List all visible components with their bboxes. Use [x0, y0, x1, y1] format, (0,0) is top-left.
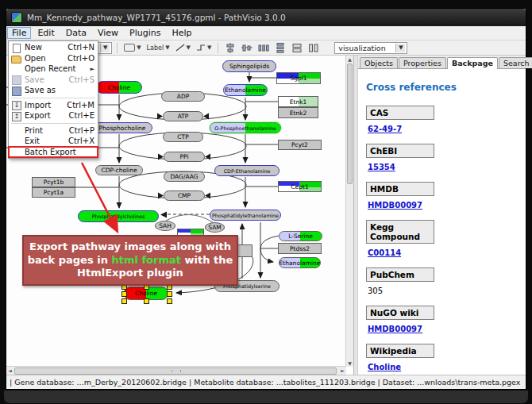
node-choline[interactable]: Choline: [96, 81, 142, 94]
xref-link[interactable]: HMDB00097: [368, 201, 518, 210]
vertical-scrollbar[interactable]: ▲ ▼: [345, 56, 353, 367]
scroll-up-arrow-icon[interactable]: ▲: [346, 56, 353, 63]
connector-tool-icon: [196, 44, 206, 52]
window-title: Mm_Kennedy_pathway_WP1771_45176.gpml - P…: [27, 13, 286, 22]
node-sgpl1[interactable]: Sgpl1: [276, 72, 321, 84]
menu-data[interactable]: Data: [61, 27, 91, 39]
distribute-horizontal-button[interactable]: [256, 42, 271, 54]
node-pcyt2[interactable]: Pcyt2: [278, 140, 322, 150]
node-cdp-ethanolamine[interactable]: CDP-Ethanolamine: [214, 165, 279, 176]
menu-item-label: Export: [25, 111, 64, 120]
node-etnk2[interactable]: Etnk2: [278, 107, 318, 118]
datanode-tool-button[interactable]: ▼: [122, 42, 142, 54]
menu-view[interactable]: View: [93, 27, 123, 39]
tab-properties[interactable]: Properties: [399, 57, 446, 68]
node-dag-aag[interactable]: DAG/AAG: [164, 171, 205, 182]
node-pcyt1b[interactable]: Pcyt1b: [32, 177, 75, 187]
menu-item-export[interactable]: ↥ExportCtrl+E: [9, 110, 98, 121]
menu-item-open-recent[interactable]: Open Recent►: [9, 63, 98, 75]
node-cept1[interactable]: Cept1: [278, 181, 322, 192]
node-ppi[interactable]: PPi: [164, 152, 205, 162]
menu-item-save-as[interactable]: Save as: [9, 85, 98, 96]
xref-header: HMDB: [366, 182, 434, 196]
tab-backpage[interactable]: Backpage: [447, 57, 498, 69]
node-sphingolipids[interactable]: Sphingolipids: [222, 60, 276, 72]
selection-handle[interactable]: [121, 291, 127, 297]
selection-handle[interactable]: [167, 291, 172, 297]
xref-link[interactable]: C00114: [368, 248, 518, 257]
export-icon: ↥: [11, 112, 21, 120]
node-l-serine[interactable]: L-Serine: [279, 231, 322, 241]
line-tool-icon: [175, 44, 185, 52]
selection-handle[interactable]: [144, 298, 149, 304]
node-phosphocholine[interactable]: Phosphocholine: [92, 122, 152, 133]
match-width-button[interactable]: [290, 42, 304, 54]
tab-objects[interactable]: Objects: [360, 57, 398, 68]
selection-handle[interactable]: [167, 298, 172, 304]
menu-item-open[interactable]: OpenCtrl+O: [9, 53, 98, 64]
visualization-combobox[interactable]: visualization ▼: [334, 42, 407, 54]
node-ethanolamine[interactable]: Ethanolamine: [279, 257, 321, 268]
menu-item-label: Import: [25, 101, 62, 110]
node-sam[interactable]: SAM: [205, 222, 225, 233]
menu-item-shortcut: Ctrl+O: [67, 54, 94, 63]
menu-item-label: Exit: [25, 137, 64, 145]
align-center-vertical-button[interactable]: [240, 42, 254, 54]
node-sah[interactable]: SAH: [155, 221, 175, 231]
node-ethanolamine[interactable]: Ethanolamine: [223, 84, 268, 96]
xref-link[interactable]: Choline: [368, 363, 518, 371]
label-tool-button[interactable]: Label▼: [145, 42, 172, 54]
horizontal-scrollbar-thumb[interactable]: [14, 367, 337, 375]
node-o-phosphoethanolamine[interactable]: O-Phosphoethanolamine: [210, 122, 281, 133]
node-atp[interactable]: ATP: [163, 111, 203, 121]
line-tool-button[interactable]: ▼: [174, 42, 192, 54]
menu-item-new[interactable]: NewCtrl+N: [9, 42, 98, 53]
menu-file[interactable]: File: [7, 27, 31, 39]
align-center-vertical-icon: [241, 43, 253, 53]
match-height-button[interactable]: [306, 42, 321, 54]
xref-header: Kegg Compound: [366, 220, 434, 244]
xref-link[interactable]: HMDB00097: [368, 325, 518, 333]
tab-search[interactable]: Search: [499, 57, 532, 68]
node-etnk1[interactable]: Etnk1: [278, 96, 318, 107]
menu-item-exit[interactable]: ExitCtrl+X: [9, 136, 98, 147]
selection-handle[interactable]: [121, 298, 127, 304]
node-ctp[interactable]: CTP: [163, 132, 203, 142]
scroll-left-arrow-icon[interactable]: ◄: [6, 367, 13, 374]
xref-section-cas: CAS62-49-7: [366, 106, 518, 133]
scroll-down-arrow-icon[interactable]: ▼: [346, 360, 353, 367]
node-ptdss2[interactable]: Ptdss2: [278, 243, 322, 254]
import-icon: ↧: [11, 101, 21, 109]
chevron-down-icon[interactable]: ▼: [100, 44, 110, 52]
scroll-right-arrow-icon[interactable]: ►: [339, 367, 346, 374]
chevron-down-icon[interactable]: ▼: [395, 44, 405, 52]
menu-item-print[interactable]: PrintCtrl+P: [9, 125, 98, 137]
connector-tool-button[interactable]: ▼: [195, 42, 213, 54]
backpage-panel[interactable]: Cross references CAS62-49-7ChEBI15354HMD…: [358, 69, 526, 375]
menu-item-label: Save: [25, 75, 64, 84]
menu-item-batch-export[interactable]: Batch Export: [9, 147, 98, 158]
node-adp[interactable]: ADP: [161, 91, 205, 102]
horizontal-scrollbar[interactable]: ◄ ►: [6, 366, 346, 375]
new-file-icon: [11, 44, 21, 52]
title-bar[interactable]: Mm_Kennedy_pathway_WP1771_45176.gpml - P…: [6, 9, 526, 26]
node-cdp-choline[interactable]: CDP-choline: [95, 165, 143, 175]
align-center-horizontal-button[interactable]: [223, 42, 237, 54]
node-pcyt1a[interactable]: Pcyt1a: [32, 187, 75, 198]
menu-bar: FileEditDataViewPluginsHelp: [6, 26, 526, 40]
menu-edit[interactable]: Edit: [33, 27, 59, 39]
menu-item-import[interactable]: ↧ImportCtrl+M: [9, 100, 98, 111]
distribute-vertical-button[interactable]: [273, 42, 287, 54]
menu-item-spacer: [11, 148, 21, 156]
node-cmp[interactable]: CMP: [164, 190, 205, 201]
vertical-scrollbar-thumb[interactable]: [347, 63, 353, 184]
xref-link[interactable]: 62-49-7: [368, 125, 518, 133]
menu-item-label: Batch Export: [25, 148, 90, 156]
menu-item-spacer: [11, 65, 21, 73]
xref-link[interactable]: 15354: [368, 163, 518, 171]
menu-plugins[interactable]: Plugins: [125, 27, 165, 39]
node-phosphatidylethanolamine[interactable]: Phosphatidylethanolamine: [210, 210, 281, 221]
match-width-icon: [291, 43, 303, 53]
menu-help[interactable]: Help: [168, 27, 197, 39]
node-phosphatidylcholines[interactable]: Phosphatidylcholines: [78, 210, 159, 222]
